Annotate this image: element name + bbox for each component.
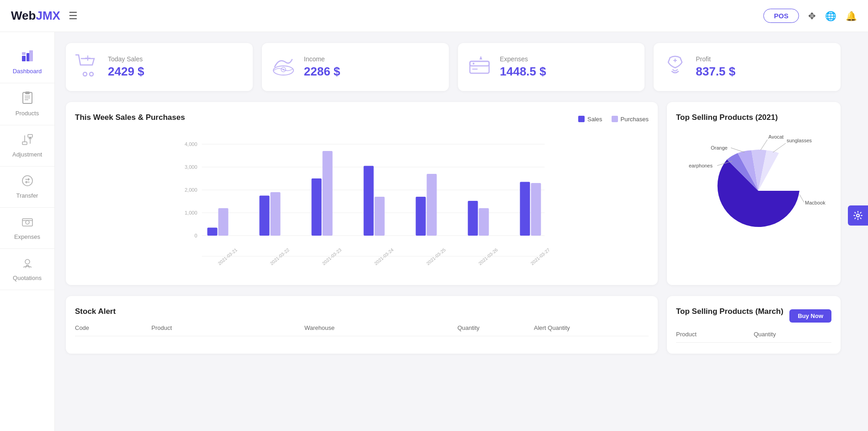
expenses-icon xyxy=(21,216,33,231)
svg-text:2021-03-27: 2021-03-27 xyxy=(530,247,551,266)
legend-purchases: Purchases xyxy=(612,116,649,123)
sidebar-item-transfer[interactable]: Transfer xyxy=(0,167,54,208)
col-code: Code xyxy=(75,324,151,331)
svg-text:4,000: 4,000 xyxy=(185,141,197,147)
svg-text:Orange: Orange xyxy=(711,145,728,151)
products-icon xyxy=(21,92,33,108)
bar-chart-svg: 4,000 3,000 2,000 1,000 0 2021-03-21 20 xyxy=(75,135,649,272)
svg-text:1,000: 1,000 xyxy=(185,210,197,216)
navbar-right: POS ✥ 🌐 🔔 xyxy=(763,9,857,23)
legend-sales-dot xyxy=(578,116,585,122)
top-selling-march-header: Product Quantity xyxy=(676,331,831,343)
dashboard-icon xyxy=(21,49,34,65)
sidebar-item-dashboard[interactable]: Dashboard xyxy=(0,41,54,83)
svg-rect-51 xyxy=(427,174,437,236)
svg-text:0: 0 xyxy=(194,233,197,238)
menu-icon[interactable]: ☰ xyxy=(69,10,78,22)
svg-point-11 xyxy=(22,176,32,186)
svg-point-17 xyxy=(83,72,87,76)
navbar-left: WebJMX ☰ xyxy=(11,9,78,23)
income-value: 2286 $ xyxy=(304,65,341,79)
settings-button[interactable] xyxy=(848,205,868,226)
svg-text:2021-03-21: 2021-03-21 xyxy=(217,247,239,266)
bar-chart-card: This Week Sales & Purchases Sales Purcha… xyxy=(66,102,658,285)
today-sales-value: 2429 $ xyxy=(108,65,144,79)
transfer-icon xyxy=(21,175,33,190)
svg-text:2,000: 2,000 xyxy=(185,187,197,193)
sidebar-item-expenses[interactable]: Expenses xyxy=(0,208,54,249)
svg-rect-54 xyxy=(479,208,489,236)
col-warehouse: Warehouse xyxy=(304,324,458,331)
svg-rect-23 xyxy=(470,61,489,73)
sidebar-label-quotations: Quotations xyxy=(13,275,42,281)
svg-text:earphones: earphones xyxy=(689,163,713,168)
svg-rect-48 xyxy=(375,197,385,236)
stock-alert-title: Stock Alert xyxy=(75,307,649,316)
income-label: Income xyxy=(304,55,341,63)
stat-cards: Today Sales 2429 $ Income 2286 $ xyxy=(66,43,841,91)
buy-now-button[interactable]: Buy Now xyxy=(789,309,831,323)
ts-col-quantity: Quantity xyxy=(754,331,793,338)
sidebar-label-transfer: Transfer xyxy=(16,192,38,199)
svg-rect-41 xyxy=(260,196,270,236)
sidebar-item-products[interactable]: Products xyxy=(0,83,54,125)
svg-text:sunglasses: sunglasses xyxy=(787,138,812,143)
logo: WebJMX xyxy=(11,9,60,23)
today-sales-label: Today Sales xyxy=(108,55,144,63)
svg-line-63 xyxy=(731,148,745,152)
svg-rect-9 xyxy=(22,142,27,145)
expenses-value: 1448.5 $ xyxy=(500,65,546,79)
legend-sales-label: Sales xyxy=(587,116,602,123)
svg-rect-56 xyxy=(520,182,530,236)
globe-icon[interactable]: 🌐 xyxy=(825,11,836,22)
bell-icon[interactable]: 🔔 xyxy=(846,11,857,22)
bar-chart: 4,000 3,000 2,000 1,000 0 2021-03-21 20 xyxy=(75,135,649,274)
pie-chart-wrap: sunglasses Avocat Orange earphones Macbo… xyxy=(676,122,831,259)
cart-icon xyxy=(75,54,100,80)
quotations-icon xyxy=(21,257,33,272)
move-icon[interactable]: ✥ xyxy=(808,11,816,22)
top-selling-march-card: Top Selling Products (March) Buy Now Pro… xyxy=(667,296,841,354)
svg-rect-53 xyxy=(468,201,478,236)
expenses-label: Expenses xyxy=(500,55,546,63)
top-selling-march-title: Top Selling Products (March) xyxy=(676,307,783,316)
stat-card-expenses: Expenses 1448.5 $ xyxy=(458,43,645,91)
svg-rect-39 xyxy=(218,208,229,236)
svg-rect-12 xyxy=(22,219,32,226)
pie-chart-card: Top Selling Products (2021) xyxy=(667,102,841,285)
svg-rect-50 xyxy=(416,197,426,236)
stock-alert-card: Stock Alert Code Product Warehouse Quant… xyxy=(66,296,658,354)
svg-rect-5 xyxy=(25,92,30,94)
col-product: Product xyxy=(151,324,304,331)
svg-text:2021-03-22: 2021-03-22 xyxy=(269,247,291,266)
ts-col-product: Product xyxy=(676,331,754,338)
income-icon xyxy=(271,54,296,80)
svg-line-67 xyxy=(799,194,804,202)
sidebar-label-dashboard: Dashboard xyxy=(13,68,42,75)
svg-rect-45 xyxy=(323,151,333,236)
sidebar: Dashboard Products Adjustment xyxy=(0,32,55,431)
svg-rect-42 xyxy=(271,192,281,236)
svg-text:2021-03-24: 2021-03-24 xyxy=(373,247,395,266)
svg-rect-47 xyxy=(364,166,374,236)
svg-point-18 xyxy=(90,72,93,76)
svg-rect-0 xyxy=(22,56,26,61)
sidebar-label-products: Products xyxy=(16,110,39,117)
svg-point-16 xyxy=(857,214,859,217)
svg-text:3,000: 3,000 xyxy=(185,164,197,170)
svg-point-13 xyxy=(26,221,29,224)
expenses-card-icon xyxy=(467,54,492,80)
main-content: Today Sales 2429 $ Income 2286 $ xyxy=(55,32,868,431)
stat-card-profit: Profit 837.5 $ xyxy=(654,43,841,91)
profit-label: Profit xyxy=(696,55,735,63)
sidebar-item-adjustment[interactable]: Adjustment xyxy=(0,125,54,167)
col-quantity: Quantity xyxy=(458,324,534,331)
stat-card-income: Income 2286 $ xyxy=(262,43,449,91)
svg-rect-38 xyxy=(208,228,218,236)
legend-sales: Sales xyxy=(578,116,602,123)
svg-rect-57 xyxy=(531,183,541,236)
stat-card-today-sales: Today Sales 2429 $ xyxy=(66,43,253,91)
sidebar-item-quotations[interactable]: Quotations xyxy=(0,249,54,290)
pos-button[interactable]: POS xyxy=(763,9,799,23)
profit-icon xyxy=(663,54,687,80)
